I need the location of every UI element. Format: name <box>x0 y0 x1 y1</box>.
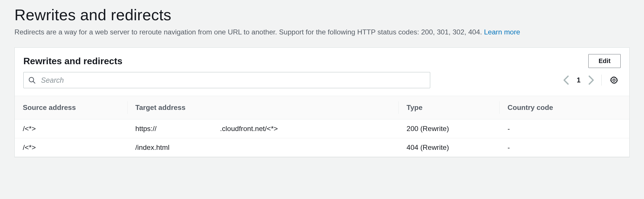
toolbar-divider <box>601 75 602 86</box>
svg-line-1 <box>33 82 35 83</box>
table-header-row: Source address Target address Type Count… <box>15 96 629 119</box>
search-input[interactable] <box>23 72 430 88</box>
rewrites-table: Source address Target address Type Count… <box>15 96 629 157</box>
cell-target: https://.cloudfront.net/<*> <box>127 119 398 138</box>
pager-next-button[interactable] <box>588 75 594 85</box>
pager-prev-button[interactable] <box>563 75 569 85</box>
search-icon <box>28 76 36 84</box>
col-source-header[interactable]: Source address <box>15 96 127 119</box>
cell-target: /index.html <box>127 138 398 157</box>
right-controls: 1 <box>563 75 621 86</box>
chevron-right-icon <box>588 75 594 85</box>
card-toolbar: 1 <box>15 72 629 96</box>
cell-country: - <box>499 138 629 157</box>
gear-icon <box>610 76 618 84</box>
page-description: Redirects are a way for a web server to … <box>14 27 630 37</box>
cell-type: 200 (Rewrite) <box>398 119 499 138</box>
settings-button[interactable] <box>609 75 619 86</box>
table-row: /<*> /index.html 404 (Rewrite) - <box>15 138 629 157</box>
card-title: Rewrites and redirects <box>23 56 122 67</box>
svg-point-2 <box>613 79 615 81</box>
cell-type: 404 (Rewrite) <box>398 138 499 157</box>
cell-country: - <box>499 119 629 138</box>
cell-source: /<*> <box>15 119 127 138</box>
pager-current-page: 1 <box>574 76 583 84</box>
col-type-header[interactable]: Type <box>398 96 499 119</box>
cell-target-prefix: /index.html <box>135 143 169 152</box>
col-target-header[interactable]: Target address <box>127 96 398 119</box>
col-country-header[interactable]: Country code <box>499 96 629 119</box>
cell-target-suffix: .cloudfront.net/<*> <box>220 125 278 133</box>
table-row: /<*> https://.cloudfront.net/<*> 200 (Re… <box>15 119 629 138</box>
cell-source: /<*> <box>15 138 127 157</box>
page-title: Rewrites and redirects <box>14 6 630 24</box>
learn-more-link[interactable]: Learn more <box>484 28 520 36</box>
edit-button[interactable]: Edit <box>588 54 621 68</box>
pager: 1 <box>563 75 594 85</box>
card-header: Rewrites and redirects Edit <box>15 48 629 72</box>
rewrites-card: Rewrites and redirects Edit 1 <box>14 47 630 157</box>
page-description-text: Redirects are a way for a web server to … <box>14 28 482 36</box>
chevron-left-icon <box>563 75 569 85</box>
search-wrap <box>23 72 430 88</box>
cell-target-prefix: https:// <box>135 125 157 133</box>
